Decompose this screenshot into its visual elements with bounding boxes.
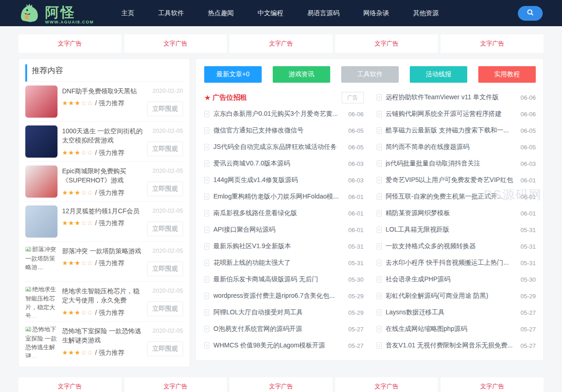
article-row[interactable]: 微信官方通知已支持修改微信号 06-05: [204, 122, 364, 139]
article-title[interactable]: O泡易支付系统官网的源码开源: [213, 325, 343, 333]
view-now-button[interactable]: 立即围观: [147, 142, 183, 156]
article-title[interactable]: DNF助手免费领取9天黑钻: [62, 86, 143, 96]
article-row[interactable]: Laysns数据迁移工具 05-27: [377, 304, 536, 321]
article-row[interactable]: WHMCS 价值98美元的Lagom模板开源 05-27: [204, 337, 364, 354]
article-row[interactable]: 爱讯云商城V0.7.0版本源码 06-03: [204, 155, 364, 172]
recommended-item[interactable]: 1000天逃生 一款空间街机的太空模拟经营游戏 ★★★☆☆ / 强力推荐 202…: [25, 121, 183, 161]
article-title[interactable]: API接口聚合网站源码: [213, 226, 343, 234]
recommended-item[interactable]: 恐怖地下室探险 一款恐怖逃生解谜… 恐怖地下室探险 一款恐怖逃生解谜类游戏 ★★…: [25, 321, 183, 361]
category-button[interactable]: 工具软件: [341, 66, 399, 83]
article-row[interactable]: js代码批量批量自动取消抖音关注 06-03: [377, 155, 536, 172]
article-thumbnail[interactable]: [25, 85, 57, 118]
article-title[interactable]: Epic商城限时免费购买《SUPERHOT》游戏: [62, 166, 143, 185]
article-title[interactable]: 爱讯云商城V0.7.0版本源码: [213, 159, 343, 168]
nav-item[interactable]: 中文编程: [258, 9, 283, 17]
article-title[interactable]: 云铺购代刷网系统全开源可运营程序搭建: [386, 110, 515, 118]
text-ad[interactable]: 文字广告: [335, 377, 438, 392]
text-ad[interactable]: 文字广告: [124, 34, 227, 53]
view-now-button[interactable]: 立即围观: [147, 341, 183, 356]
text-ad[interactable]: 文字广告: [441, 377, 544, 392]
article-row[interactable]: wordpress资源付费主题ripro6.7含美化包... 05-29: [204, 288, 364, 304]
article-title[interactable]: 12月灵狐签约领1月CF会员: [62, 206, 143, 216]
article-row[interactable]: 南瓜影视多线路任意看绿化版 06-01: [204, 205, 364, 222]
article-row[interactable]: 简约而不简单的在线搜题源码 06-05: [377, 139, 536, 155]
article-title[interactable]: 阿狸LOL大厅自动接受对局工具: [213, 308, 343, 317]
article-title[interactable]: 在线生成网站缩略图php源码: [386, 325, 515, 333]
article-row[interactable]: 一款支持格式众多的视频转换器 05-31: [377, 238, 536, 255]
article-title[interactable]: 去水印小程序 快手抖音视频搬运工上热门...: [386, 259, 515, 267]
view-now-button[interactable]: 立即围观: [147, 301, 183, 316]
text-ad[interactable]: 文字广告: [229, 377, 333, 392]
article-row[interactable]: Emlog重构精仿老版小刀娱乐网HFoldao模... 06-01: [204, 188, 364, 205]
article-title[interactable]: 远程协助软件TeamViewer v11 单文件版: [386, 93, 515, 102]
article-title[interactable]: WHMCS 价值98美元的Lagom模板开源: [213, 341, 343, 350]
article-title[interactable]: LOL工具箱无限视距版: [386, 226, 515, 234]
article-title[interactable]: 1000天逃生 一款空间街机的太空模拟经营游戏: [62, 126, 143, 145]
broken-thumbnail[interactable]: 恐怖地下室探险 一款恐怖逃生解谜…: [25, 325, 57, 358]
nav-item[interactable]: 网络杂谈: [363, 9, 389, 17]
article-title[interactable]: 精防某资源网织梦模板: [386, 209, 515, 217]
article-title[interactable]: 京东白条新用户0.01元购买3个月爱奇艺黄...: [213, 110, 343, 118]
article-row[interactable]: 酷享磁力云最新版 支持磁力搜索下载和一... 06-05: [377, 122, 536, 139]
article-row[interactable]: 爱奇艺VIP5以上用户可免费发爱奇艺VIP红包 06-01: [377, 172, 536, 188]
recommended-item[interactable]: Epic商城限时免费购买《SUPERHOT》游戏 ★★★☆☆ / 强力推荐 20…: [25, 161, 183, 201]
category-button[interactable]: 游戏资讯: [273, 66, 330, 83]
article-row[interactable]: 阿怪互联-自家的免费主机第一批正式开... 06-01: [377, 188, 536, 205]
article-row[interactable]: 最新乐购社区V1.9全新版本 05-31: [204, 238, 364, 255]
article-title[interactable]: 社会语录生成PHP源码: [386, 275, 515, 284]
article-title[interactable]: 部落冲突 一款塔防策略游戏: [62, 246, 143, 256]
article-title[interactable]: js代码批量批量自动取消抖音关注: [386, 159, 515, 168]
article-title[interactable]: 144g网页生成v1.4修复版源码: [213, 176, 343, 184]
article-title[interactable]: 微信官方通知已支持修改微信号: [213, 126, 343, 135]
article-row[interactable]: 云铺购代刷网系统全开源可运营程序搭建 06-06: [377, 106, 536, 122]
article-title[interactable]: 最新乐购社区V1.9全新版本: [213, 242, 343, 250]
article-title[interactable]: 一款支持格式众多的视频转换器: [386, 242, 515, 250]
article-title[interactable]: 简约而不简单的在线搜题源码: [386, 143, 515, 151]
article-thumbnail[interactable]: [25, 205, 57, 238]
broken-thumbnail[interactable]: 绝地求生智能压枪芯片，稳定大号…: [25, 285, 57, 318]
article-row[interactable]: 音友V1.01 无视付费限制全网音乐无损免费... 05-27: [377, 337, 536, 354]
category-button[interactable]: 实用教程: [478, 66, 536, 83]
view-now-button[interactable]: 立即围观: [147, 182, 183, 196]
article-row[interactable]: 社会语录生成PHP源码 05-30: [377, 271, 536, 288]
article-row[interactable]: LOL工具箱无限视距版 05-31: [377, 222, 536, 238]
text-ad[interactable]: 文字广告: [18, 377, 121, 392]
text-ad[interactable]: 文字广告: [18, 34, 121, 53]
article-row[interactable]: API接口聚合网站源码 06-01: [204, 222, 364, 238]
text-ad[interactable]: 文字广告: [124, 377, 227, 392]
text-ad[interactable]: 文字广告: [229, 34, 333, 53]
article-row[interactable]: 去水印小程序 快手抖音视频搬运工上热门... 05-31: [377, 255, 536, 271]
view-now-button[interactable]: 立即围观: [147, 261, 183, 276]
article-title[interactable]: 彩虹代刷全解源码(可商业用途 防黑): [386, 292, 515, 300]
article-title[interactable]: Laysns数据迁移工具: [386, 308, 515, 317]
article-title[interactable]: 最新伯乐发卡商城高级版源码 无后门: [213, 275, 343, 284]
nav-item[interactable]: 易语言源码: [307, 9, 339, 17]
article-row[interactable]: O泡易支付系统官网的源码开源 05-27: [204, 321, 364, 337]
article-title[interactable]: 南瓜影视多线路任意看绿化版: [213, 209, 343, 217]
nav-item[interactable]: 主页: [121, 9, 134, 17]
text-ad[interactable]: 文字广告: [335, 34, 438, 53]
view-now-button[interactable]: 立即围观: [147, 222, 183, 236]
article-title[interactable]: 绝地求生智能压枪芯片，稳定大号使用，永久免费: [62, 286, 143, 305]
article-title[interactable]: wordpress资源付费主题ripro6.7含美化包...: [213, 292, 343, 300]
article-row[interactable]: 远程协助软件TeamViewer v11 单文件版 06-06: [377, 89, 536, 106]
text-ad[interactable]: 文字广告: [441, 34, 544, 53]
article-row[interactable]: 花呗新上线的功能太强大了 05-31: [204, 255, 364, 271]
article-row[interactable]: 精防某资源网织梦模板 06-01: [377, 205, 536, 222]
article-row[interactable]: 在线生成网站缩略图php源码 05-27: [377, 321, 536, 337]
nav-item[interactable]: 工具软件: [158, 9, 184, 17]
recommended-item[interactable]: DNF助手免费领取9天黑钻 ★★★☆☆ / 强力推荐 2020-02-20 立即…: [25, 82, 183, 121]
article-row[interactable]: 彩虹代刷全解源码(可商业用途 防黑) 05-29: [377, 288, 536, 304]
article-title[interactable]: JS代码全自动完成京东品牌狂欢城活动任务: [213, 143, 343, 151]
article-title[interactable]: Emlog重构精仿老版小刀娱乐网HFoldao模...: [213, 193, 343, 201]
article-row[interactable]: 阿狸LOL大厅自动接受对局工具 05-29: [204, 304, 364, 321]
recommended-item[interactable]: 绝地求生智能压枪芯片，稳定大号… 绝地求生智能压枪芯片，稳定大号使用，永久免费 …: [25, 281, 183, 321]
ad-slot-row[interactable]: ★ 广告位招租 广告: [204, 89, 364, 106]
site-logo[interactable]: 阿怪 WWW.AGUAI8.COM: [18, 2, 94, 24]
nav-item[interactable]: 其他资源: [413, 9, 439, 17]
article-row[interactable]: 京东白条新用户0.01元购买3个月爱奇艺黄... 06-06: [204, 106, 364, 122]
ad-slot-label[interactable]: 广告位招租: [212, 93, 336, 102]
category-button[interactable]: 活动线报: [410, 66, 467, 83]
category-button[interactable]: 最新文章+0: [204, 66, 262, 83]
recommended-item[interactable]: 12月灵狐签约领1月CF会员 ★★★☆☆ / 强力推荐 2020-02-05 立…: [25, 201, 183, 241]
